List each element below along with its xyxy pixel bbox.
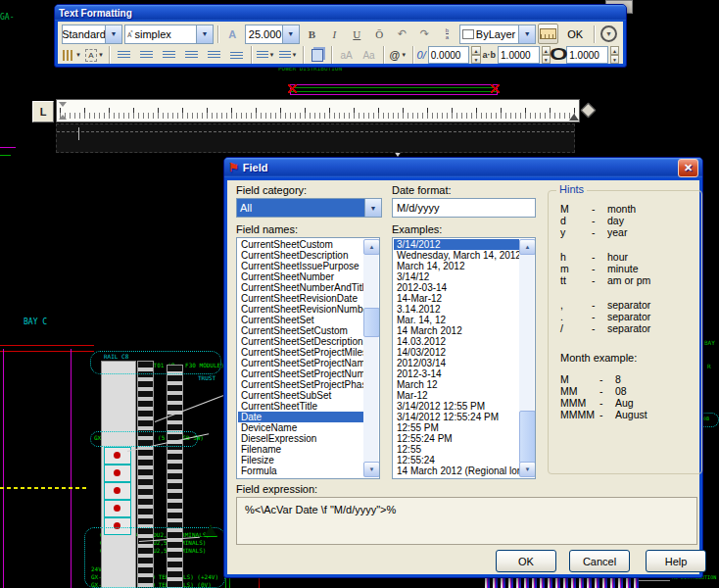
list-item[interactable]: CurrentSheetSetProjectNumber — [238, 368, 363, 379]
field-names-list[interactable]: CurrentSheetCustomCurrentSheetDescriptio… — [236, 237, 380, 479]
tracking-input[interactable]: 1.0000 — [498, 46, 540, 64]
list-item[interactable]: 12:55 — [394, 444, 519, 455]
columns-button[interactable]: ▼ — [62, 45, 82, 66]
list-item[interactable]: 2012-03-14 — [394, 282, 519, 293]
chevron-down-icon[interactable]: ▼ — [364, 199, 381, 217]
chevron-down-icon[interactable]: ▼ — [282, 25, 299, 43]
options-button[interactable]: ▼ — [599, 24, 619, 44]
help-button[interactable]: Help — [646, 550, 706, 572]
list-item[interactable]: CurrentSheetSubSet — [238, 390, 363, 401]
mtext-justification-button[interactable]: A▼ — [84, 45, 105, 66]
list-item[interactable]: Wednesday, March 14, 2012 — [394, 250, 519, 261]
chevron-down-icon[interactable]: ▼ — [518, 25, 535, 43]
numbering-button[interactable]: ▼ — [278, 45, 299, 66]
list-item[interactable]: DeviceName — [238, 422, 363, 433]
text-formatting-titlebar[interactable]: Text Formatting — [55, 5, 626, 21]
list-item[interactable]: CurrentSheetSetProjectName — [238, 358, 363, 368]
list-item[interactable]: CurrentSheetNumber — [238, 271, 363, 282]
examples-list[interactable]: 3/14/2012Wednesday, March 14, 2012March … — [392, 237, 536, 479]
list-item[interactable]: 12:55:24 PM — [394, 433, 519, 444]
list-item[interactable]: 2012/03/14 — [394, 358, 519, 368]
list-item[interactable]: CurrentSheetSetDescription — [238, 336, 363, 347]
scroll-up-icon[interactable]: ▲ — [363, 239, 380, 255]
list-item[interactable]: 14.03.2012 — [394, 336, 519, 347]
list-item[interactable]: CurrentSheetSetProjectPhase — [238, 379, 363, 390]
italic-button[interactable]: I — [324, 24, 345, 44]
justify-button[interactable] — [204, 45, 224, 66]
list-item[interactable]: CurrentSheetIssuePurpose — [238, 261, 363, 271]
line-spacing-button[interactable]: ▼ — [256, 45, 276, 66]
list-item[interactable]: 14/03/2012 — [394, 347, 519, 358]
list-item[interactable]: 12:55 PM — [394, 422, 519, 433]
list-item[interactable]: CurrentSheetRevisionNumber — [238, 304, 363, 315]
cancel-button[interactable]: Cancel — [569, 550, 630, 572]
list-item[interactable]: 2012-3-14 — [394, 368, 519, 379]
list-item[interactable]: Mar. 14, 12 — [394, 315, 519, 325]
color-combobox[interactable]: ByLayer ▼ — [459, 24, 536, 44]
list-item[interactable]: Filename — [238, 444, 363, 455]
list-item[interactable]: CurrentSheetCustom — [238, 239, 363, 250]
width-factor-input[interactable]: 1.0000 — [566, 46, 608, 64]
underline-button[interactable]: U — [347, 24, 367, 44]
list-item[interactable]: CurrentSheetDescription — [238, 250, 363, 261]
list-item[interactable]: Formula — [238, 466, 363, 476]
list-item[interactable]: March 12 — [394, 379, 519, 390]
distribute-button[interactable] — [226, 45, 247, 66]
list-item[interactable]: Filesize — [238, 455, 363, 466]
insert-field-button[interactable] — [307, 45, 327, 66]
list-item[interactable]: CurrentSheetNumberAndTitle — [238, 282, 363, 293]
symbol-button[interactable]: @▼ — [388, 45, 408, 66]
scroll-thumb[interactable] — [363, 308, 380, 337]
list-item[interactable]: CurrentSheetTitle — [238, 401, 363, 412]
paragraph-button[interactable] — [114, 45, 134, 66]
list-item[interactable]: 3/14/12 — [394, 271, 519, 282]
ruler-width-handle[interactable] — [581, 103, 597, 119]
text-height-combobox[interactable]: 25.000 ▼ — [245, 24, 300, 44]
field-names-scrollbar[interactable]: ▲ ▼ — [363, 239, 378, 477]
indent-marker[interactable] — [59, 102, 67, 107]
list-item[interactable]: 14 March 2012 (Regional long date) — [394, 466, 519, 476]
ruler-toggle-button[interactable] — [538, 24, 558, 44]
bold-button[interactable]: B — [302, 24, 322, 44]
list-item[interactable]: 3.14.2012 — [394, 304, 519, 315]
list-item[interactable]: DieselExpression — [238, 433, 363, 444]
list-item[interactable]: Date — [238, 412, 363, 422]
date-format-input[interactable]: M/d/yyyy — [392, 198, 536, 218]
scroll-up-icon[interactable]: ▲ — [519, 239, 536, 255]
width-factor-stepper[interactable]: ▲▼ — [610, 46, 619, 64]
field-category-combobox[interactable]: All ▼ — [236, 198, 382, 218]
list-item[interactable]: 14 March 2012 — [394, 325, 519, 336]
list-item[interactable]: 3/14/2012 12:55 PM — [394, 401, 519, 412]
oblique-angle-stepper[interactable]: ▲▼ — [471, 46, 480, 64]
list-item[interactable]: 14-Mar-12 — [394, 293, 519, 304]
list-item[interactable]: 3/14/2012 12:55:24 PM — [394, 412, 519, 422]
undo-button[interactable]: ↶ — [392, 24, 412, 44]
font-combobox[interactable]: ᴀ̽ simplex ▼ — [124, 24, 214, 44]
align-right-button[interactable] — [181, 45, 202, 66]
examples-scrollbar[interactable]: ▲ ▼ — [519, 239, 534, 477]
close-button[interactable]: ✕ — [678, 159, 698, 177]
ok-button[interactable]: OK — [560, 24, 590, 44]
mtext-ruler[interactable] — [56, 99, 580, 122]
list-item[interactable]: CurrentSheetSetProjectMilestone — [238, 347, 363, 358]
annotative-button[interactable]: A — [222, 24, 243, 44]
align-center-button[interactable] — [159, 45, 179, 66]
scroll-down-icon[interactable]: ▼ — [363, 462, 380, 477]
stack-button[interactable]: ba — [437, 24, 457, 44]
indent-marker[interactable] — [59, 115, 67, 120]
chevron-down-icon[interactable]: ▼ — [105, 25, 121, 43]
mtext-edit-area[interactable] — [56, 123, 575, 153]
lowercase-button[interactable]: Aa — [359, 45, 379, 66]
scroll-down-icon[interactable]: ▼ — [519, 462, 536, 477]
scroll-thumb[interactable] — [519, 411, 536, 464]
list-item[interactable]: Mar-12 — [394, 390, 519, 401]
ok-button[interactable]: OK — [496, 550, 556, 572]
list-item[interactable]: 3/14/2012 — [394, 239, 519, 250]
ruler-right-indent[interactable] — [569, 114, 579, 121]
ruler-tab-style-button[interactable]: L — [32, 101, 54, 122]
list-item[interactable]: CurrentSheetSetCustom — [238, 325, 363, 336]
list-item[interactable]: CurrentSheetSet — [238, 315, 363, 325]
list-item[interactable]: 12:55:24 — [394, 455, 519, 466]
chevron-down-icon[interactable]: ▼ — [196, 25, 213, 43]
uppercase-button[interactable]: aA — [336, 45, 357, 66]
